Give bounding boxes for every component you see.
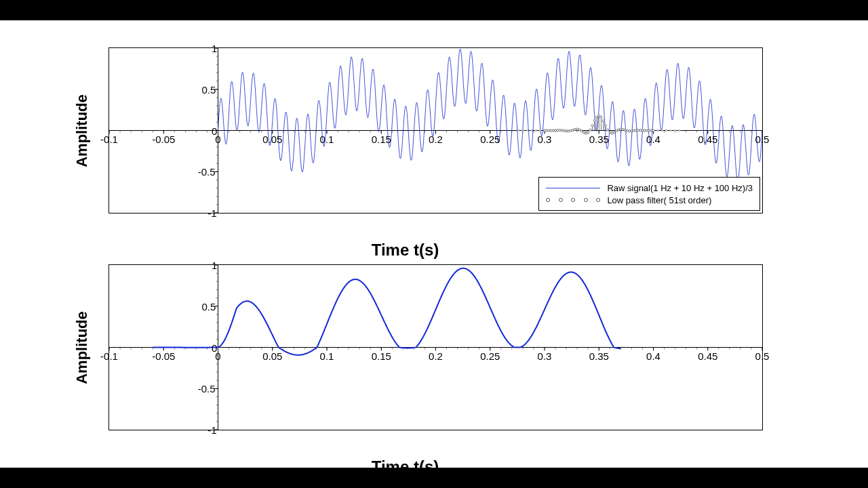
legend-label-filter: Low pass filter( 51st order) [607,195,711,205]
svg-point-191 [639,129,642,131]
xtick-label: 0.15 [372,134,391,145]
svg-point-153 [598,115,600,117]
svg-point-121 [563,129,565,131]
svg-point-109 [550,129,552,131]
svg-point-213 [670,129,671,131]
svg-point-173 [620,128,622,130]
chart1-ylabel: Amplitude [73,94,91,167]
svg-point-210 [657,129,658,131]
svg-point-105 [546,129,548,131]
svg-point-209 [517,129,519,131]
svg-point-145 [589,129,591,131]
chart1-xlabel: Time t(s) [47,241,763,260]
svg-point-123 [566,130,568,132]
svg-point-181 [629,130,631,132]
legend-swatch-line [546,184,600,192]
svg-point-113 [554,129,556,131]
svg-point-139 [583,131,585,134]
svg-point-183 [631,130,633,132]
chart2-plot: -0.1-0.0500.050.10.150.20.250.30.350.40.… [108,264,763,430]
svg-point-125 [568,130,570,132]
svg-point-157 [602,120,604,122]
legend-label-raw: Raw signal(1 Hz + 10 Hz + 100 Hz)/3 [607,183,753,193]
xtick-label: 0.3 [538,134,552,145]
ytick-label: 0.5 [201,83,216,95]
svg-point-127 [570,129,572,131]
svg-point-155 [600,116,602,118]
svg-point-197 [646,129,648,131]
xtick-label: 0.15 [372,350,391,362]
svg-point-199 [648,129,650,131]
svg-point-137 [580,130,583,132]
svg-point-189 [637,129,639,131]
ytick-label: 1 [212,43,217,54]
legend-swatch-dots [546,196,600,204]
svg-point-133 [576,128,578,130]
svg-point-111 [552,129,554,131]
xtick-label: -0.1 [100,134,118,145]
chart-1: Amplitude Raw signal(1 Hz + 10 Hz + 100 … [47,47,763,214]
xtick-label: 0.2 [429,350,443,362]
svg-point-119 [561,129,563,131]
xtick-label: 0.45 [698,350,717,362]
svg-point-203 [652,129,654,131]
xtick-label: 0.25 [480,134,500,145]
svg-point-214 [674,129,675,131]
svg-point-117 [559,129,561,131]
svg-point-177 [624,129,626,131]
svg-point-103 [543,129,545,131]
svg-point-187 [635,129,637,131]
svg-point-131 [574,128,576,130]
xtick-label: 0.4 [646,134,660,145]
svg-point-141 [585,132,587,134]
svg-point-204 [539,129,540,131]
ytick-label: -0.5 [198,383,216,394]
svg-point-135 [578,129,580,131]
xtick-label: 0.4 [646,350,660,362]
xtick-label: 0.05 [262,350,282,362]
svg-point-149 [593,120,595,122]
svg-point-215 [679,129,680,131]
svg-point-165 [611,132,613,134]
svg-point-115 [557,129,559,131]
svg-point-185 [633,129,635,131]
xtick-label: 0.1 [320,134,334,145]
xtick-label: 0.25 [480,350,500,362]
page-canvas: Amplitude Raw signal(1 Hz + 10 Hz + 100 … [0,20,868,468]
svg-point-205 [535,129,536,131]
xtick-label: 0.2 [429,134,443,145]
xtick-label: 0.35 [589,134,609,145]
chart1-legend: Raw signal(1 Hz + 10 Hz + 100 Hz)/3 Low … [538,177,760,211]
svg-point-179 [626,129,628,131]
xtick-label: 0.1 [320,350,334,362]
svg-point-171 [618,129,620,131]
svg-point-193 [642,129,644,131]
legend-row-filter: Low pass filter( 51st order) [546,194,753,206]
chart2-ylabel: Amplitude [73,311,91,384]
chart1-plot: Raw signal(1 Hz + 10 Hz + 100 Hz)/3 Low … [108,47,763,214]
xtick-label: 0.5 [755,134,770,145]
svg-point-163 [609,131,611,134]
svg-point-129 [572,129,574,131]
svg-point-107 [548,129,550,131]
svg-point-208 [522,129,524,131]
ytick-label: -1 [208,207,216,219]
svg-point-212 [666,129,667,131]
ytick-label: 0 [212,342,217,353]
svg-point-195 [644,129,646,131]
svg-point-167 [613,131,615,134]
chart-2: Amplitude -0.1-0.0500.050.10.150.20.250.… [47,264,763,430]
ytick-label: 0.5 [201,300,216,312]
svg-point-201 [650,129,652,131]
xtick-label: 0.05 [262,134,282,145]
ytick-label: -0.5 [198,166,216,178]
xtick-label: -0.05 [152,134,175,145]
ytick-label: -1 [208,424,216,436]
svg-point-207 [526,129,528,131]
svg-point-211 [661,129,663,131]
chart2-svg [109,265,762,430]
ytick-label: 1 [212,260,217,271]
ytick-label: 0 [212,125,217,136]
legend-row-raw: Raw signal(1 Hz + 10 Hz + 100 Hz)/3 [546,182,753,194]
svg-point-161 [606,129,608,131]
